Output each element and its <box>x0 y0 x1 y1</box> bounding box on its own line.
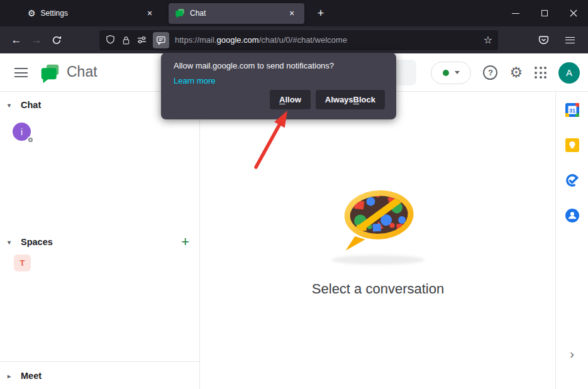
navigation-toolbar: ← → <box>0 26 588 53</box>
permissions-sliders-icon[interactable] <box>136 35 147 45</box>
pocket-icon <box>538 34 550 46</box>
notification-permission-popup: Allow mail.google.com to send notificati… <box>161 53 396 119</box>
section-spaces[interactable]: ▾ Spaces + <box>8 235 189 249</box>
tab-chat-close-icon[interactable]: × <box>286 7 298 19</box>
reload-button[interactable] <box>47 30 67 50</box>
bookmark-star-icon[interactable]: ☆ <box>484 35 492 45</box>
close-icon <box>570 9 577 17</box>
space-avatar-letter: T <box>20 258 25 268</box>
chevron-down-icon <box>455 71 460 74</box>
dm-avatar[interactable]: i <box>13 123 31 141</box>
reload-icon <box>52 35 62 45</box>
collapse-caret-icon[interactable]: ▾ <box>8 239 14 246</box>
help-button[interactable]: ? <box>483 65 497 80</box>
sidebar-divider <box>0 361 199 362</box>
tab-settings-label: Settings <box>41 9 138 18</box>
url-bar[interactable]: https://mail.google.com/chat/u/0/#chat/w… <box>99 30 498 50</box>
status-selector[interactable] <box>431 62 471 84</box>
tab-bar: ⚙ Settings × Chat × + <box>0 0 588 26</box>
app-title: Chat <box>67 63 97 80</box>
url-prefix: https://mail. <box>175 35 216 45</box>
maximize-button[interactable] <box>530 0 559 26</box>
tab-chat[interactable]: Chat × <box>169 3 304 24</box>
tasks-icon[interactable] <box>565 173 579 187</box>
profile-avatar[interactable]: A <box>558 62 580 84</box>
learn-more-link[interactable]: Learn more <box>174 76 215 85</box>
url-path: /chat/u/0/#chat/welcome <box>259 35 347 45</box>
url-text: https://mail.google.com/chat/u/0/#chat/w… <box>175 35 347 45</box>
presence-indicator-icon <box>28 138 33 142</box>
notification-permission-anchor[interactable] <box>153 32 169 48</box>
right-side-panel: 31 <box>555 92 588 389</box>
hide-panel-chevron-icon[interactable]: › <box>556 347 588 361</box>
tab-chat-label: Chat <box>190 9 280 18</box>
forward-button[interactable]: → <box>26 30 47 50</box>
popup-message: Allow mail.google.com to send notificati… <box>174 61 334 70</box>
new-tab-button[interactable]: + <box>312 4 330 22</box>
active-status-icon <box>443 70 449 76</box>
hamburger-icon <box>565 37 575 43</box>
chat-favicon-icon <box>175 8 185 18</box>
expand-caret-icon[interactable]: ▸ <box>8 373 14 380</box>
tab-settings[interactable]: ⚙ Settings × <box>21 3 162 24</box>
chat-logo-icon <box>40 63 60 84</box>
keep-icon[interactable] <box>565 138 579 152</box>
settings-gear-icon[interactable]: ⚙ <box>509 65 523 80</box>
calendar-icon[interactable]: 31 <box>565 103 579 117</box>
back-button[interactable]: ← <box>6 30 26 50</box>
contacts-icon[interactable] <box>565 209 579 222</box>
shield-icon <box>105 35 116 45</box>
minimize-button[interactable] <box>501 0 530 26</box>
pocket-button[interactable] <box>534 31 553 50</box>
google-apps-icon[interactable] <box>535 67 546 79</box>
browser-window: ⚙ Settings × Chat × + ← → <box>0 0 588 389</box>
allow-button[interactable]: Allow <box>270 90 311 109</box>
main-content: Select a conversation <box>201 92 555 389</box>
browser-menu-button[interactable] <box>560 31 579 50</box>
window-controls <box>501 0 588 26</box>
always-block-button[interactable]: Always Block <box>316 90 385 109</box>
illustration-shadow <box>331 255 424 265</box>
close-window-button[interactable] <box>559 0 588 26</box>
space-avatar[interactable]: T <box>14 255 31 271</box>
chat-welcome-illustration <box>336 184 419 255</box>
collapse-caret-icon[interactable]: ▾ <box>8 102 14 109</box>
calendar-day-label: 31 <box>569 107 575 114</box>
lock-icon <box>121 35 131 45</box>
url-domain: google.com <box>216 35 258 45</box>
minimize-icon <box>512 13 519 14</box>
create-space-button[interactable]: + <box>181 235 189 249</box>
main-menu-icon[interactable] <box>14 68 28 77</box>
settings-gear-icon: ⚙ <box>28 9 36 18</box>
header-actions: ? ⚙ A <box>431 53 580 92</box>
toolbar-right <box>534 31 582 50</box>
section-spaces-label: Spaces <box>21 237 53 247</box>
section-meet[interactable]: ▸ Meet <box>8 371 189 381</box>
dm-avatar-letter: i <box>21 127 23 137</box>
left-sidebar: ▾ Chat i ▾ Spaces + T ▸ Meet <box>0 92 200 389</box>
tab-settings-close-icon[interactable]: × <box>143 7 156 19</box>
popup-actions: Allow Always Block <box>270 90 385 109</box>
section-chat-label: Chat <box>21 100 41 110</box>
notification-bubble-icon <box>156 35 166 45</box>
maximize-icon <box>541 10 548 16</box>
section-meet-label: Meet <box>21 371 42 381</box>
empty-state-message: Select a conversation <box>312 281 444 297</box>
